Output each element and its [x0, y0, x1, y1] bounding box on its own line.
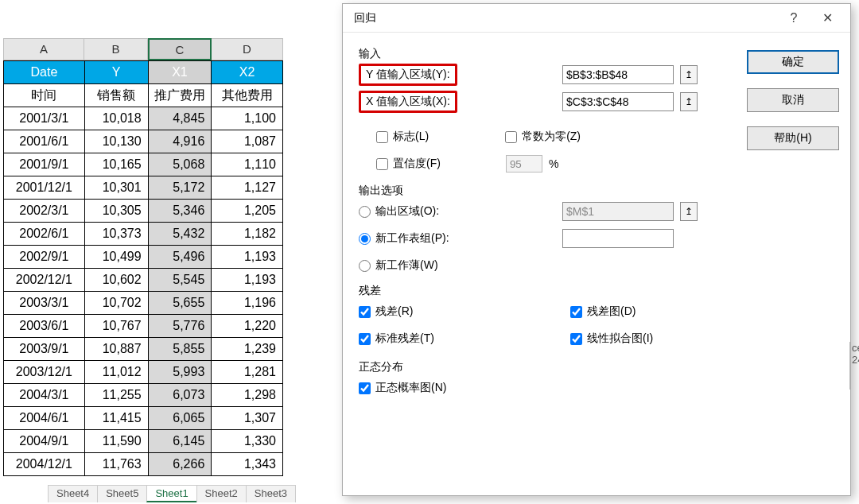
- new-sheet-radio[interactable]: 新工作表组(P):: [359, 231, 494, 246]
- cell-x1[interactable]: 5,545: [148, 269, 212, 292]
- y-range-input[interactable]: [562, 65, 674, 84]
- cell-date[interactable]: 2001/12/1: [4, 176, 85, 200]
- cell-date[interactable]: 2004/12/1: [4, 453, 85, 476]
- cell-x1[interactable]: 4,916: [148, 130, 212, 153]
- cell-x2[interactable]: 1,307: [212, 407, 283, 430]
- cell-date[interactable]: 2002/3/1: [4, 200, 85, 223]
- residuals-checkbox[interactable]: 残差(R): [359, 304, 494, 319]
- help-button[interactable]: 帮助(H): [747, 126, 839, 150]
- cell-x2[interactable]: 1,127: [212, 176, 283, 200]
- table-row[interactable]: 2003/3/110,7025,6551,196: [4, 292, 283, 315]
- cell-y[interactable]: 10,165: [84, 153, 148, 176]
- cell-date[interactable]: 2004/3/1: [4, 384, 85, 407]
- residual-chart-checkbox[interactable]: 残差图(D): [570, 304, 636, 319]
- header-x2[interactable]: X2: [212, 61, 283, 84]
- cell-x2[interactable]: 1,182: [212, 223, 283, 246]
- sheet-tab[interactable]: Sheet2: [196, 485, 247, 502]
- table-row[interactable]: 2002/9/110,4995,4961,193: [4, 246, 283, 269]
- cancel-button[interactable]: 取消: [747, 88, 839, 112]
- cell-x2[interactable]: 1,298: [212, 384, 283, 407]
- cell-date[interactable]: 2003/12/1: [4, 361, 85, 384]
- cell-y[interactable]: 10,301: [84, 176, 148, 200]
- table-row[interactable]: 2003/6/110,7675,7761,220: [4, 315, 283, 338]
- table-row[interactable]: 2004/9/111,5906,1451,330: [4, 430, 283, 453]
- cell-x1[interactable]: 6,266: [148, 453, 212, 476]
- table-row[interactable]: 2004/3/111,2556,0731,298: [4, 384, 283, 407]
- cell-date[interactable]: 2002/12/1: [4, 269, 85, 292]
- cell-y[interactable]: 10,130: [84, 130, 148, 153]
- cell-x2[interactable]: 1,196: [212, 292, 283, 315]
- sheet-tab[interactable]: Sheet1: [146, 485, 196, 502]
- col-header-a[interactable]: A: [3, 38, 84, 60]
- cell-date[interactable]: 2004/9/1: [4, 430, 85, 453]
- close-icon[interactable]: ✕: [810, 6, 844, 31]
- cell-date[interactable]: 2002/9/1: [4, 246, 85, 269]
- cell-y[interactable]: 11,590: [84, 430, 148, 453]
- cell-date[interactable]: 2004/6/1: [4, 407, 85, 430]
- table-row[interactable]: 2001/3/110,0184,8451,100: [4, 107, 283, 130]
- table-row[interactable]: 2002/6/110,3735,4321,182: [4, 223, 283, 246]
- cell-y[interactable]: 10,305: [84, 200, 148, 223]
- cell-y[interactable]: 11,415: [84, 407, 148, 430]
- cell-x2[interactable]: 1,239: [212, 338, 283, 361]
- labels-checkbox[interactable]: 标志(L): [376, 130, 429, 144]
- table-row[interactable]: 2003/9/110,8875,8551,239: [4, 338, 283, 361]
- cell-y[interactable]: 11,763: [84, 453, 148, 476]
- cell-y[interactable]: 10,373: [84, 223, 148, 246]
- table-row[interactable]: 2003/12/111,0125,9931,281: [4, 361, 283, 384]
- y-range-picker-icon[interactable]: ↥: [680, 65, 698, 84]
- cell-x2[interactable]: 1,220: [212, 315, 283, 338]
- table-row[interactable]: 2004/12/111,7636,2661,343: [4, 453, 283, 476]
- new-workbook-radio[interactable]: 新工作薄(W): [359, 258, 438, 273]
- table-row[interactable]: 2002/3/110,3055,3461,205: [4, 200, 283, 223]
- cell-x2[interactable]: 1,343: [212, 453, 283, 476]
- constzero-checkbox[interactable]: 常数为零(Z): [505, 130, 581, 144]
- col-header-c[interactable]: C: [148, 38, 212, 60]
- new-sheet-name-input[interactable]: [562, 229, 674, 248]
- cell-date[interactable]: 2001/3/1: [4, 107, 85, 130]
- cell-date[interactable]: 2001/9/1: [4, 153, 85, 176]
- cell-y[interactable]: 10,767: [84, 315, 148, 338]
- cell-x1[interactable]: 5,172: [148, 176, 212, 200]
- std-residuals-checkbox[interactable]: 标准残差(T): [359, 331, 494, 346]
- cell-x1[interactable]: 6,065: [148, 407, 212, 430]
- cell-x1[interactable]: 6,145: [148, 430, 212, 453]
- output-range-radio[interactable]: 输出区域(O):: [359, 204, 494, 219]
- cell-x2[interactable]: 1,205: [212, 200, 283, 223]
- sheet-tab[interactable]: Sheet5: [97, 485, 147, 502]
- line-fit-checkbox[interactable]: 线性拟合图(I): [570, 331, 653, 346]
- help-icon[interactable]: ?: [777, 6, 810, 31]
- cell-x1[interactable]: 5,993: [148, 361, 212, 384]
- sheet-tab[interactable]: Sheet4: [48, 485, 98, 502]
- cell-y[interactable]: 11,255: [84, 384, 148, 407]
- cell-x1[interactable]: 5,776: [148, 315, 212, 338]
- cell-y[interactable]: 10,499: [84, 246, 148, 269]
- cell-x1[interactable]: 4,845: [148, 107, 212, 130]
- cell-x2[interactable]: 1,281: [212, 361, 283, 384]
- x-range-picker-icon[interactable]: ↥: [680, 92, 698, 111]
- header2-x2[interactable]: 其他费用: [212, 84, 283, 107]
- table-row[interactable]: 2004/6/111,4156,0651,307: [4, 407, 283, 430]
- cell-y[interactable]: 10,602: [84, 269, 148, 292]
- header-y[interactable]: Y: [84, 61, 148, 84]
- col-header-b[interactable]: B: [84, 38, 148, 60]
- cell-date[interactable]: 2002/6/1: [4, 223, 85, 246]
- cell-x2[interactable]: 1,100: [212, 107, 283, 130]
- table-row[interactable]: 2001/6/110,1304,9161,087: [4, 130, 283, 153]
- cell-x1[interactable]: 5,655: [148, 292, 212, 315]
- table-row[interactable]: 2002/12/110,6025,5451,193: [4, 269, 283, 292]
- cell-date[interactable]: 2001/6/1: [4, 130, 85, 153]
- output-range-picker-icon[interactable]: ↥: [680, 202, 698, 221]
- cell-x2[interactable]: 1,193: [212, 246, 283, 269]
- cell-y[interactable]: 10,887: [84, 338, 148, 361]
- cell-x1[interactable]: 5,432: [148, 223, 212, 246]
- cell-y[interactable]: 11,012: [84, 361, 148, 384]
- header-date[interactable]: Date: [4, 61, 85, 84]
- col-header-d[interactable]: D: [212, 38, 283, 60]
- cell-x2[interactable]: 1,193: [212, 269, 283, 292]
- sheet-tab[interactable]: Sheet3: [246, 485, 296, 502]
- cell-y[interactable]: 10,702: [84, 292, 148, 315]
- cell-x1[interactable]: 5,068: [148, 153, 212, 176]
- cell-x2[interactable]: 1,110: [212, 153, 283, 176]
- header2-x1[interactable]: 推广费用: [148, 84, 212, 107]
